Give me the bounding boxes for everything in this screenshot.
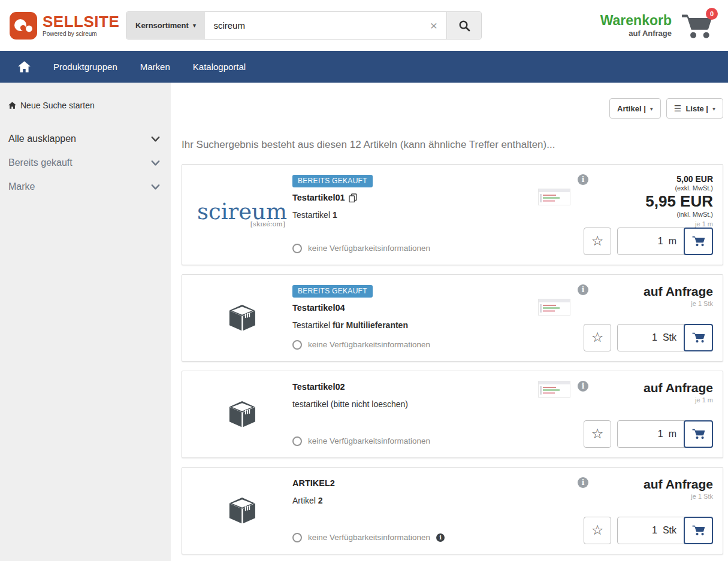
package-icon [226,398,258,430]
home-icon [8,102,16,109]
quantity-input[interactable]: 1Stk [618,517,684,544]
availability-text: keine Verfügbarkeitsinformationen [308,244,430,253]
info-icon[interactable]: i [578,381,588,392]
product-card-testartikel01: scireum [skɪʁé:ʊm] BEREITS GEKAUFT Testa… [182,164,723,265]
favorite-button[interactable]: ☆ [584,420,611,448]
nav-marken[interactable]: Marken [140,62,170,72]
price-unit-note: je 1 Stk [644,493,713,500]
product-title[interactable]: Testartikel01 [292,193,345,202]
filter-label: Alle ausklappen [8,134,76,144]
scireum-brand-logo: scireum [skɪʁé:ʊm] [197,201,287,228]
price-unit-note: je 1 m [644,396,713,404]
availability-text: keine Verfügbarkeitsinformationen [308,533,430,542]
clear-search-icon[interactable]: × [421,12,446,39]
product-image[interactable]: scireum [skɪʁé:ʊm] [192,174,292,255]
nav-katalogportal[interactable]: Katalogportal [193,62,246,72]
availability-text: keine Verfügbarkeitsinformationen [308,436,430,445]
cart-area[interactable]: Warenkorb auf Anfrage 0 [600,12,718,40]
price-block: 5,00 EUR (exkl. MwSt.) 5,95 EUR (inkl. M… [645,174,713,228]
quantity-input[interactable]: 1Stk [618,325,684,351]
product-image[interactable] [192,477,292,544]
add-to-cart-button[interactable] [684,420,713,448]
price-main: auf Anfrage [644,477,713,491]
availability-text: keine Verfügbarkeitsinformationen [308,340,430,349]
availability-indicator [292,244,302,253]
info-icon[interactable]: i [578,284,588,295]
product-image[interactable] [192,284,292,351]
quantity-input[interactable]: 1m [618,228,684,254]
quantity-control: 1Stk [617,517,713,544]
price-incl: 5,95 EUR [645,193,713,210]
nav-produktgruppen[interactable]: Produktgruppen [53,62,117,72]
search-input[interactable] [205,12,421,39]
search-icon [458,20,470,32]
favorite-button[interactable]: ☆ [584,517,611,544]
product-thumbnail[interactable] [538,381,570,398]
quantity-control: 1Stk [617,324,713,351]
availability-row: keine Verfügbarkeitsinformationen i [292,533,445,544]
results-summary: Ihr Suchergebnis besteht aus diesen 12 A… [182,139,723,151]
sidebar-item-alle-ausklappen[interactable]: Alle ausklappen [7,127,161,151]
price-incl-note: (inkl. MwSt.) [645,210,713,219]
product-thumbnail[interactable] [538,299,570,316]
package-icon [226,495,258,527]
info-icon[interactable]: i [578,477,588,488]
results-area: Artikel | ▾ ☰ Liste | ▾ Ihr Suchergebnis… [171,83,728,561]
results-list: scireum [skɪʁé:ʊm] BEREITS GEKAUFT Testa… [182,164,723,554]
product-title[interactable]: Testartikel02 [292,382,345,392]
list-icon: ☰ [674,104,682,113]
product-title[interactable]: Testartikel04 [292,303,345,313]
add-to-cart-button[interactable] [684,517,713,544]
main-nav: Produktgruppen Marken Katalogportal [0,51,728,83]
cart-icon [692,428,705,439]
product-title[interactable]: ARTIKEL2 [292,478,335,488]
availability-indicator [292,436,302,446]
search-category-dropdown[interactable]: Kernsortiment ▾ [126,12,205,39]
sellsite-logo-icon [10,12,37,40]
artikel-view-button[interactable]: Artikel | ▾ [609,98,661,119]
quantity-input[interactable]: 1m [618,421,684,447]
header: SELLSITE Powered by scireum Kernsortimen… [0,0,728,51]
app-logo[interactable]: SELLSITE Powered by scireum [10,12,119,40]
cart-icon [692,332,705,343]
nav-home[interactable] [18,61,31,72]
info-icon[interactable]: i [578,174,588,185]
new-search-label: Neue Suche starten [20,101,95,110]
chevron-down-icon [151,160,160,166]
search-bar: Kernsortiment ▾ × [126,11,482,40]
app-powered-by: Powered by scireum [43,31,119,37]
cart-button[interactable]: 0 [681,12,712,40]
app-title: SELLSITE [43,14,119,29]
price-unit-note: je 1 Stk [644,300,713,307]
product-thumbnail[interactable] [538,189,570,205]
liste-view-label: Liste | [685,104,708,113]
price-block: auf Anfrage je 1 Stk [644,284,713,307]
sidebar-item-bereits-gekauft[interactable]: Bereits gekauft [7,151,161,175]
copy-icon[interactable] [349,193,357,202]
add-to-cart-button[interactable] [684,324,713,351]
info-icon[interactable]: i [436,533,445,542]
price-block: auf Anfrage je 1 m [644,381,713,404]
home-icon [18,61,31,72]
sidebar-item-marke[interactable]: Marke [7,175,161,199]
cart-sublabel: auf Anfrage [600,29,672,38]
quantity-control: 1m [617,228,713,255]
price-block: auf Anfrage je 1 Stk [644,477,713,500]
filter-sidebar: Neue Suche starten Alle ausklappen Berei… [0,83,171,561]
availability-indicator [292,533,302,542]
favorite-button[interactable]: ☆ [584,228,611,255]
product-subtitle: testartikel (bitte nicht loeschen) [292,399,408,409]
favorite-button[interactable]: ☆ [584,324,611,351]
star-icon: ☆ [591,329,604,345]
brand-name: scireum [197,201,287,223]
new-search-link[interactable]: Neue Suche starten [7,101,161,110]
product-image[interactable] [192,381,292,448]
liste-view-button[interactable]: ☰ Liste | ▾ [666,98,723,119]
add-to-cart-button[interactable] [684,228,713,255]
availability-indicator [292,340,302,350]
filter-label: Bereits gekauft [8,157,73,168]
caret-down-icon: ▾ [650,105,653,112]
search-button[interactable] [446,12,481,39]
cart-icon [692,235,705,247]
cart-icon [692,524,705,536]
